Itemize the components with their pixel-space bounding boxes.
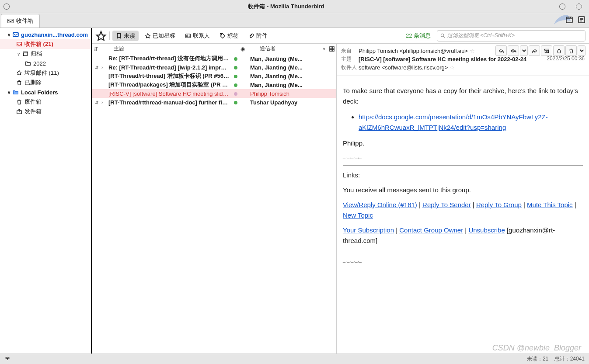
message-row[interactable]: Re: [RT-Thread/rt-thread] 没有任何地方调用rt_...… bbox=[92, 54, 336, 63]
split-pane: ⇵ 主题 ◉ 通信者 ∨ Re: [RT-Thread/rt-thread] 没… bbox=[92, 44, 589, 354]
reply-dropdown[interactable] bbox=[520, 45, 528, 56]
archive-year-label: 2022 bbox=[33, 60, 46, 67]
filter-contacts[interactable]: 联系人 bbox=[181, 31, 213, 41]
forward-button[interactable] bbox=[529, 45, 540, 56]
view-reply-link[interactable]: View/Reply Online (#181) bbox=[343, 201, 417, 208]
tasks-icon[interactable] bbox=[578, 16, 586, 25]
filter-input[interactable]: 过滤这些消息 <Ctrl+Shift+K> bbox=[437, 30, 586, 42]
col-correspondent[interactable]: 通信者 ∨ bbox=[258, 45, 328, 52]
date-value: 2022/2/25 00:36 bbox=[547, 55, 585, 62]
attachment-icon bbox=[248, 33, 254, 39]
footer-links-1: View/Reply Online (#181) | Reply To Send… bbox=[343, 200, 583, 221]
row-correspondent: Tushar Upadhyay bbox=[250, 99, 336, 106]
message-row[interactable]: [RT-Thread/rt-thread] 增加板卡标识 (PR #5615)M… bbox=[92, 72, 336, 80]
sidebar-outbox[interactable]: 发件箱 bbox=[0, 107, 91, 116]
filter-placeholder: 过滤这些消息 <Ctrl+Shift+K> bbox=[447, 32, 515, 39]
reply-sender-link[interactable]: Reply To Sender bbox=[422, 201, 471, 208]
sidebar-archive-2022[interactable]: 2022 bbox=[0, 59, 91, 68]
svg-point-8 bbox=[187, 35, 188, 36]
read-dot[interactable] bbox=[231, 55, 240, 62]
row-subject: [RISC-V] [software] Software HC meeting … bbox=[108, 90, 231, 97]
sidebar-trash[interactable]: 已删除 bbox=[0, 78, 91, 87]
mute-topic-link[interactable]: Mute This Topic bbox=[527, 201, 573, 208]
message-row[interactable]: ⇵›Re: [RT-Thread/rt-thread] [lwip-2.1.2]… bbox=[92, 63, 336, 72]
window-minimize-button[interactable] bbox=[559, 3, 565, 10]
read-dot[interactable] bbox=[231, 64, 240, 71]
row-subject: Re: [RT-Thread/rt-thread] [lwip-2.1.2] i… bbox=[108, 64, 231, 71]
separator-dashes: _._,_._,_ bbox=[343, 153, 583, 161]
reply-button[interactable] bbox=[495, 45, 507, 56]
list-header: ⇵ 主题 ◉ 通信者 ∨ bbox=[92, 44, 336, 54]
tab-inbox[interactable]: 收件箱 bbox=[1, 14, 40, 28]
reply-all-button[interactable] bbox=[508, 45, 519, 56]
sidebar-archive[interactable]: ∨ 归档 bbox=[0, 49, 91, 59]
sidebar-junk[interactable]: 垃圾邮件 (11) bbox=[0, 68, 91, 78]
message-count: 22 条消息 bbox=[406, 32, 431, 40]
separator-dashes: _._,_._,_ bbox=[343, 257, 583, 264]
col-picker[interactable] bbox=[328, 46, 336, 52]
filter-unread[interactable]: 未读 bbox=[112, 31, 139, 41]
sidebar-local-trash[interactable]: 废件箱 bbox=[0, 97, 91, 107]
calendar-icon[interactable] bbox=[565, 16, 573, 25]
inbox-folder-icon bbox=[16, 41, 23, 48]
filter-starred[interactable]: 已加星标 bbox=[141, 31, 179, 41]
twisty-icon[interactable]: ∨ bbox=[6, 90, 11, 95]
col-read[interactable]: ◉ bbox=[239, 46, 248, 52]
junk-button[interactable] bbox=[553, 45, 565, 56]
filter-attachments[interactable]: 附件 bbox=[245, 31, 271, 41]
message-row[interactable]: ⇵›[RT-Thread/rtthread-manual-doc] furthe… bbox=[92, 98, 336, 107]
separator bbox=[109, 31, 110, 40]
expand-icon[interactable]: › bbox=[101, 65, 108, 70]
window-title: 收件箱 - Mozilla Thunderbird bbox=[13, 3, 559, 10]
more-dropdown[interactable] bbox=[578, 45, 586, 56]
unsubscribe-link[interactable]: Unsubscribe bbox=[468, 226, 505, 234]
pin-filter-button[interactable] bbox=[95, 30, 107, 42]
mail-account-icon bbox=[12, 31, 19, 38]
outbox-label: 发件箱 bbox=[24, 107, 42, 115]
read-dot[interactable] bbox=[231, 90, 240, 97]
svg-rect-5 bbox=[24, 53, 28, 55]
delete-button[interactable] bbox=[565, 45, 577, 56]
read-dot[interactable] bbox=[231, 73, 240, 80]
bookmark-icon bbox=[116, 33, 122, 39]
reply-group-link[interactable]: Reply To Group bbox=[476, 201, 522, 208]
archive-label: 归档 bbox=[31, 50, 42, 58]
message-row[interactable]: [RISC-V] [software] Software HC meeting … bbox=[92, 89, 336, 98]
footer-links-2: Your Subscription | Contact Group Owner … bbox=[343, 225, 583, 246]
message-row[interactable]: [RT-Thread/packages] 增加项目实验室 (PR #11...M… bbox=[92, 80, 336, 89]
window-close-button[interactable] bbox=[3, 3, 10, 10]
contact-owner-link[interactable]: Contact Group Owner bbox=[399, 226, 463, 234]
expand-icon[interactable]: › bbox=[101, 100, 108, 105]
tag-icon bbox=[220, 33, 226, 39]
subject-label: 主题 bbox=[341, 55, 359, 63]
contact-star-icon[interactable]: ☆ bbox=[470, 48, 475, 54]
contact-icon bbox=[185, 33, 191, 39]
main-area: ∨ guozhanxin...thread.com 收件箱 (21) ∨ 归档 … bbox=[0, 28, 589, 354]
read-dot[interactable] bbox=[231, 99, 240, 106]
signature: Philipp. bbox=[343, 138, 583, 149]
contact-star-icon[interactable]: ☆ bbox=[450, 64, 455, 71]
read-dot[interactable] bbox=[231, 82, 240, 88]
account-label: guozhanxin...thread.com bbox=[21, 31, 88, 38]
filter-attach-label: 附件 bbox=[256, 32, 268, 40]
svg-rect-1 bbox=[566, 17, 572, 23]
online-icon[interactable] bbox=[4, 355, 10, 363]
col-subject[interactable]: 主题 bbox=[112, 45, 239, 52]
window-maximize-button[interactable] bbox=[576, 3, 582, 10]
row-subject: Re: [RT-Thread/rt-thread] 没有任何地方调用rt_... bbox=[108, 55, 231, 62]
sidebar-account[interactable]: ∨ guozhanxin...thread.com bbox=[0, 30, 91, 39]
twisty-icon[interactable]: ∨ bbox=[6, 32, 11, 37]
row-correspondent: Man, Jianting (Me... bbox=[250, 55, 336, 62]
sidebar-local-folders[interactable]: ∨ Local Folders bbox=[0, 87, 91, 97]
new-topic-link[interactable]: New Topic bbox=[343, 211, 373, 219]
col-thread[interactable]: ⇵ bbox=[92, 46, 101, 52]
subscription-link[interactable]: Your Subscription bbox=[343, 226, 394, 234]
message-list-pane: ⇵ 主题 ◉ 通信者 ∨ Re: [RT-Thread/rt-thread] 没… bbox=[92, 44, 337, 354]
filter-tags[interactable]: 标签 bbox=[216, 31, 242, 41]
sidebar-inbox[interactable]: 收件箱 (21) bbox=[0, 39, 91, 49]
message-rows: Re: [RT-Thread/rt-thread] 没有任何地方调用rt_...… bbox=[92, 54, 336, 107]
twisty-icon[interactable]: ∨ bbox=[16, 52, 21, 56]
trash-label: 已删除 bbox=[24, 79, 42, 87]
archive-button[interactable] bbox=[541, 45, 552, 56]
deck-link[interactable]: https://docs.google.com/presentation/d/1… bbox=[359, 113, 548, 131]
